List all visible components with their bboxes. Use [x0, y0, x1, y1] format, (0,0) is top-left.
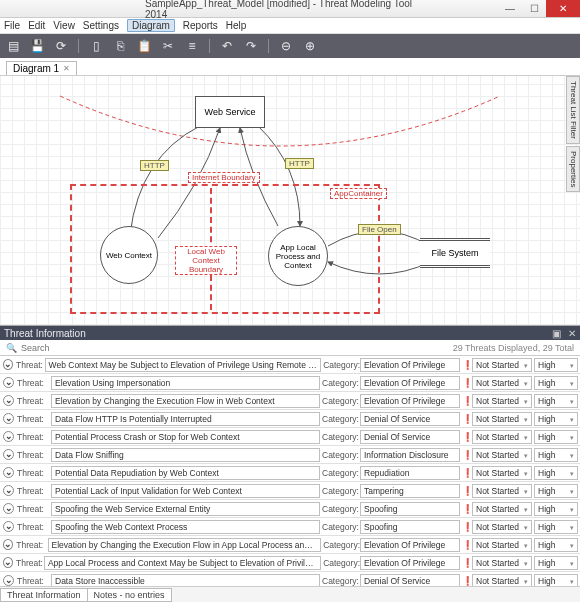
threat-row[interactable]: ⌄Threat:Elevation by Changing the Execut… [0, 392, 580, 410]
threat-priority-select[interactable]: High [534, 430, 578, 444]
threat-status-select[interactable]: Not Started [472, 502, 532, 516]
threat-row[interactable]: ⌄Threat:Potential Lack of Input Validati… [0, 482, 580, 500]
flow-http-b[interactable]: HTTP [285, 158, 314, 169]
threat-category[interactable]: Tampering [360, 484, 460, 498]
menu-reports[interactable]: Reports [183, 20, 218, 31]
threat-name[interactable]: Elevation by Changing the Execution Flow… [51, 394, 320, 408]
threat-priority-select[interactable]: High [534, 538, 578, 552]
new-file-icon[interactable]: ▤ [6, 39, 20, 53]
bottom-tab-threat-info[interactable]: Threat Information [0, 588, 88, 602]
side-tab-threat-filter[interactable]: Threat List Filter [566, 76, 580, 144]
expand-icon[interactable]: ⌄ [3, 431, 14, 442]
tab-diagram-1[interactable]: Diagram 1 ✕ [6, 61, 77, 75]
menu-settings[interactable]: Settings [83, 20, 119, 31]
expand-icon[interactable]: ⌄ [3, 521, 14, 532]
minimize-button[interactable]: — [498, 0, 522, 17]
threat-priority-select[interactable]: High [534, 376, 578, 390]
threat-row[interactable]: ⌄Threat:Data Store InaccessibleCategory:… [0, 572, 580, 586]
threat-name[interactable]: Web Context May be Subject to Elevation … [45, 358, 322, 372]
expand-icon[interactable]: ⌄ [3, 395, 14, 406]
threat-status-select[interactable]: Not Started [472, 376, 532, 390]
threat-category[interactable]: Denial Of Service [360, 574, 460, 587]
expand-icon[interactable]: ⌄ [3, 449, 14, 460]
threat-status-select[interactable]: Not Started [472, 574, 532, 587]
zoom-in-icon[interactable]: ⊕ [303, 39, 317, 53]
threat-row[interactable]: ⌄Threat:Elevation by Changing the Execut… [0, 536, 580, 554]
close-button[interactable]: ✕ [546, 0, 580, 17]
panel-close-icon[interactable]: ✕ [568, 328, 576, 339]
search-input[interactable] [21, 343, 453, 353]
node-app-local[interactable]: App Local Process and Context [268, 226, 328, 286]
menu-diagram[interactable]: Diagram [127, 19, 175, 32]
menu-view[interactable]: View [53, 20, 75, 31]
threat-priority-select[interactable]: High [534, 448, 578, 462]
threat-row[interactable]: ⌄Threat:Web Context May be Subject to El… [0, 356, 580, 374]
threat-row[interactable]: ⌄Threat:Potential Process Crash or Stop … [0, 428, 580, 446]
threat-priority-select[interactable]: High [534, 394, 578, 408]
threat-name[interactable]: Data Store Inaccessible [51, 574, 320, 587]
cut-icon[interactable]: ✂ [161, 39, 175, 53]
side-tab-properties[interactable]: Properties [566, 146, 580, 192]
threat-name[interactable]: Spoofing the Web Context Process [51, 520, 320, 534]
threat-category[interactable]: Elevation Of Privilege [360, 556, 460, 570]
threat-name[interactable]: App Local Process and Context May be Sub… [44, 556, 321, 570]
threat-row[interactable]: ⌄Threat:Elevation Using ImpersonationCat… [0, 374, 580, 392]
threat-row[interactable]: ⌄Threat:Data Flow SniffingCategory:Infor… [0, 446, 580, 464]
threat-status-select[interactable]: Not Started [472, 538, 532, 552]
threat-category[interactable]: Denial Of Service [360, 430, 460, 444]
tab-close-icon[interactable]: ✕ [63, 64, 70, 73]
expand-icon[interactable]: ⌄ [3, 557, 13, 568]
threat-status-select[interactable]: Not Started [472, 520, 532, 534]
threat-status-select[interactable]: Not Started [472, 358, 532, 372]
threat-name[interactable]: Data Flow HTTP Is Potentially Interrupte… [51, 412, 320, 426]
expand-icon[interactable]: ⌄ [3, 575, 14, 586]
threat-category[interactable]: Spoofing [360, 520, 460, 534]
expand-icon[interactable]: ⌄ [3, 503, 14, 514]
threat-row[interactable]: ⌄Threat:Potential Data Repudiation by We… [0, 464, 580, 482]
threat-name[interactable]: Potential Process Crash or Stop for Web … [51, 430, 320, 444]
threat-status-select[interactable]: Not Started [472, 448, 532, 462]
threat-priority-select[interactable]: High [534, 412, 578, 426]
save-icon[interactable]: 💾 [30, 39, 44, 53]
align-icon[interactable]: ≡ [185, 39, 199, 53]
threat-status-select[interactable]: Not Started [472, 412, 532, 426]
threat-category[interactable]: Elevation Of Privilege [360, 358, 460, 372]
threat-name[interactable]: Spoofing the Web Service External Entity [51, 502, 320, 516]
page-icon[interactable]: ▯ [89, 39, 103, 53]
threat-name[interactable]: Potential Lack of Input Validation for W… [51, 484, 320, 498]
bottom-tab-notes[interactable]: Notes - no entries [87, 588, 172, 602]
threat-name[interactable]: Potential Data Repudiation by Web Contex… [51, 466, 320, 480]
threat-priority-select[interactable]: High [534, 520, 578, 534]
threat-row[interactable]: ⌄Threat:Spoofing the Web Context Process… [0, 518, 580, 536]
menu-help[interactable]: Help [226, 20, 247, 31]
threat-row[interactable]: ⌄Threat:App Local Process and Context Ma… [0, 554, 580, 572]
threat-category[interactable]: Elevation Of Privilege [360, 376, 460, 390]
flow-http-a[interactable]: HTTP [140, 160, 169, 171]
zoom-out-icon[interactable]: ⊖ [279, 39, 293, 53]
threat-category[interactable]: Elevation Of Privilege [360, 538, 460, 552]
threat-category[interactable]: Denial Of Service [360, 412, 460, 426]
node-file-system[interactable]: File System [420, 238, 490, 268]
flow-file-open[interactable]: File Open [358, 224, 401, 235]
node-web-context[interactable]: Web Context [100, 226, 158, 284]
threat-name[interactable]: Elevation by Changing the Execution Flow… [48, 538, 322, 552]
threat-status-select[interactable]: Not Started [472, 556, 532, 570]
threat-category[interactable]: Repudiation [360, 466, 460, 480]
undo-icon[interactable]: ↶ [220, 39, 234, 53]
node-web-service[interactable]: Web Service [195, 96, 265, 128]
redo-icon[interactable]: ↷ [244, 39, 258, 53]
expand-icon[interactable]: ⌄ [3, 539, 13, 550]
expand-icon[interactable]: ⌄ [3, 377, 14, 388]
threat-priority-select[interactable]: High [534, 502, 578, 516]
threat-row[interactable]: ⌄Threat:Data Flow HTTP Is Potentially In… [0, 410, 580, 428]
expand-icon[interactable]: ⌄ [3, 413, 14, 424]
refresh-icon[interactable]: ⟳ [54, 39, 68, 53]
threat-priority-select[interactable]: High [534, 484, 578, 498]
threat-status-select[interactable]: Not Started [472, 394, 532, 408]
threat-category[interactable]: Spoofing [360, 502, 460, 516]
threat-status-select[interactable]: Not Started [472, 430, 532, 444]
threat-priority-select[interactable]: High [534, 574, 578, 587]
threat-list[interactable]: ⌄Threat:Web Context May be Subject to El… [0, 356, 580, 586]
threat-name[interactable]: Elevation Using Impersonation [51, 376, 320, 390]
threat-status-select[interactable]: Not Started [472, 484, 532, 498]
